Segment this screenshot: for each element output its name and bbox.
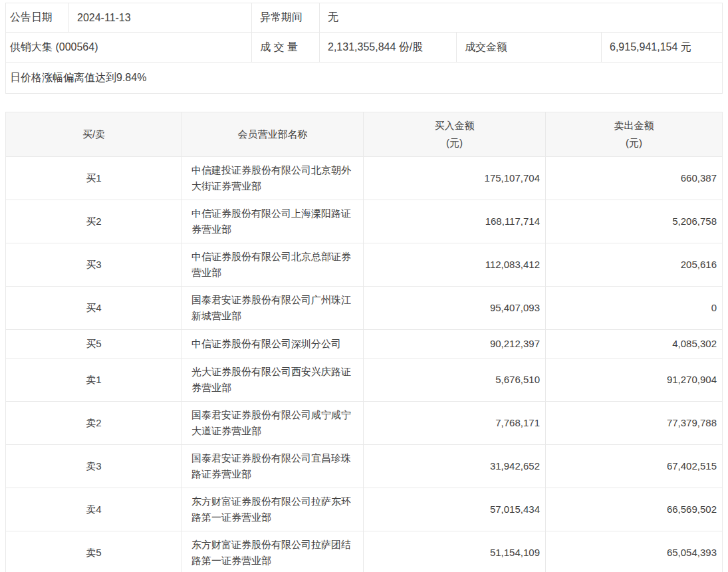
sell-amount-cell: 5,206,758 bbox=[546, 200, 722, 243]
buy-amount-cell: 57,015,434 bbox=[364, 488, 546, 531]
side-cell: 买2 bbox=[6, 200, 182, 243]
branch-cell: 光大证券股份有限公司西安兴庆路证券营业部 bbox=[182, 358, 364, 401]
branch-cell: 东方财富证券股份有限公司拉萨东环路第一证券营业部 bbox=[182, 488, 364, 531]
buy-amount-cell: 168,117,714 bbox=[364, 200, 546, 243]
table-row-sell2: 卖2 国泰君安证券股份有限公司咸宁咸宁大道证券营业部 7,768,171 77,… bbox=[6, 402, 722, 445]
branch-cell: 中信建投证券股份有限公司北京朝外大街证券营业部 bbox=[182, 157, 364, 200]
header-sell-amount: 卖出金额 (元) bbox=[546, 112, 722, 156]
side-cell: 卖1 bbox=[6, 358, 182, 401]
branch-cell: 国泰君安证券股份有限公司广州珠江新城营业部 bbox=[182, 287, 364, 329]
sell-amount-cell: 4,085,302 bbox=[546, 330, 722, 358]
side-cell: 买4 bbox=[6, 287, 182, 329]
buy-amount-cell: 90,212,397 bbox=[364, 330, 546, 358]
buy-amount-cell: 112,083,412 bbox=[364, 243, 546, 286]
table-row-sell3: 卖3 国泰君安证券股份有限公司宜昌珍珠路证券营业部 31,942,652 67,… bbox=[6, 445, 722, 488]
table-row-sell5: 卖5 东方财富证券股份有限公司拉萨团结路第一证券营业部 51,154,109 6… bbox=[6, 531, 722, 572]
table-row-buy1: 买1 中信建投证券股份有限公司北京朝外大街证券营业部 175,107,704 6… bbox=[6, 157, 722, 200]
sell-amount-cell: 66,569,502 bbox=[546, 488, 722, 531]
header-buy-line2: (元) bbox=[446, 134, 463, 152]
buy-amount-cell: 95,407,093 bbox=[364, 287, 546, 329]
side-cell: 卖4 bbox=[6, 488, 182, 531]
buy-amount-cell: 175,107,704 bbox=[364, 157, 546, 200]
side-cell: 卖5 bbox=[6, 531, 182, 572]
table-row-buy3: 买3 中信证券股份有限公司北京总部证券营业部 112,083,412 205,6… bbox=[6, 243, 722, 287]
branch-cell: 中信证券股份有限公司北京总部证券营业部 bbox=[182, 243, 364, 286]
buy-amount-cell: 31,942,652 bbox=[364, 445, 546, 488]
sell-amount-cell: 65,054,393 bbox=[546, 531, 722, 572]
deviation-note: 日价格涨幅偏离值达到9.84% bbox=[6, 63, 722, 93]
side-cell: 买1 bbox=[6, 157, 182, 200]
table-row-buy2: 买2 中信证券股份有限公司上海溧阳路证券营业部 168,117,714 5,20… bbox=[6, 200, 722, 243]
buy-amount-cell: 7,768,171 bbox=[364, 402, 546, 444]
sell-amount-cell: 660,387 bbox=[546, 157, 722, 200]
broker-table-header: 买/卖 会员营业部名称 买入金额 (元) 卖出金额 (元) bbox=[6, 112, 722, 157]
branch-cell: 国泰君安证券股份有限公司咸宁咸宁大道证券营业部 bbox=[182, 402, 364, 444]
summary-row-stock: 供销大集 (000564) 成 交 量 2,131,355,844 份/股 成交… bbox=[6, 33, 722, 63]
header-side: 买/卖 bbox=[6, 112, 182, 156]
header-side-label: 买/卖 bbox=[82, 126, 105, 143]
header-branch-label: 会员营业部名称 bbox=[238, 126, 308, 143]
header-sell-line2: (元) bbox=[626, 134, 642, 152]
turnover-label: 成交金额 bbox=[457, 33, 602, 62]
header-sell-line1: 卖出金额 bbox=[614, 117, 654, 134]
branch-cell: 中信证券股份有限公司上海溧阳路证券营业部 bbox=[182, 200, 364, 243]
branch-cell: 东方财富证券股份有限公司拉萨团结路第一证券营业部 bbox=[182, 531, 364, 572]
sell-amount-cell: 205,616 bbox=[546, 243, 722, 286]
header-buy-amount: 买入金额 (元) bbox=[364, 112, 546, 156]
abnormal-period-value: 无 bbox=[320, 3, 722, 32]
table-row-sell4: 卖4 东方财富证券股份有限公司拉萨东环路第一证券营业部 57,015,434 6… bbox=[6, 488, 722, 531]
announce-date-label: 公告日期 bbox=[6, 3, 69, 32]
volume-value: 2,131,355,844 份/股 bbox=[320, 33, 457, 62]
page: 公告日期 2024-11-13 异常期间 无 供销大集 (000564) 成 交… bbox=[0, 0, 728, 572]
sell-amount-cell: 67,402,515 bbox=[546, 445, 722, 488]
broker-table: 买/卖 会员营业部名称 买入金额 (元) 卖出金额 (元) 买1 中信建投证券股… bbox=[5, 112, 723, 572]
buy-amount-cell: 5,676,510 bbox=[364, 358, 546, 401]
header-buy-line1: 买入金额 bbox=[435, 117, 475, 134]
sell-amount-cell: 91,270,904 bbox=[546, 358, 722, 401]
header-branch: 会员营业部名称 bbox=[182, 112, 364, 156]
abnormal-period-label: 异常期间 bbox=[252, 3, 320, 32]
summary-row-reason: 日价格涨幅偏离值达到9.84% bbox=[6, 63, 722, 93]
buy-amount-cell: 51,154,109 bbox=[364, 531, 546, 572]
table-row-sell1: 卖1 光大证券股份有限公司西安兴庆路证券营业部 5,676,510 91,270… bbox=[6, 358, 722, 402]
branch-cell: 中信证券股份有限公司深圳分公司 bbox=[182, 330, 364, 358]
stock-title: 供销大集 (000564) bbox=[6, 33, 252, 62]
table-row-buy4: 买4 国泰君安证券股份有限公司广州珠江新城营业部 95,407,093 0 bbox=[6, 287, 722, 330]
side-cell: 卖3 bbox=[6, 445, 182, 488]
side-cell: 卖2 bbox=[6, 402, 182, 444]
announce-date-value: 2024-11-13 bbox=[69, 3, 252, 32]
summary-table: 公告日期 2024-11-13 异常期间 无 供销大集 (000564) 成 交… bbox=[5, 3, 723, 94]
turnover-value: 6,915,941,154 元 bbox=[602, 33, 722, 62]
summary-row-date: 公告日期 2024-11-13 异常期间 无 bbox=[6, 3, 722, 33]
table-row-buy5: 买5 中信证券股份有限公司深圳分公司 90,212,397 4,085,302 bbox=[6, 330, 722, 358]
sell-amount-cell: 77,379,788 bbox=[546, 402, 722, 444]
side-cell: 买5 bbox=[6, 330, 182, 358]
branch-cell: 国泰君安证券股份有限公司宜昌珍珠路证券营业部 bbox=[182, 445, 364, 488]
sell-amount-cell: 0 bbox=[546, 287, 722, 329]
side-cell: 买3 bbox=[6, 243, 182, 286]
volume-label: 成 交 量 bbox=[252, 33, 320, 62]
